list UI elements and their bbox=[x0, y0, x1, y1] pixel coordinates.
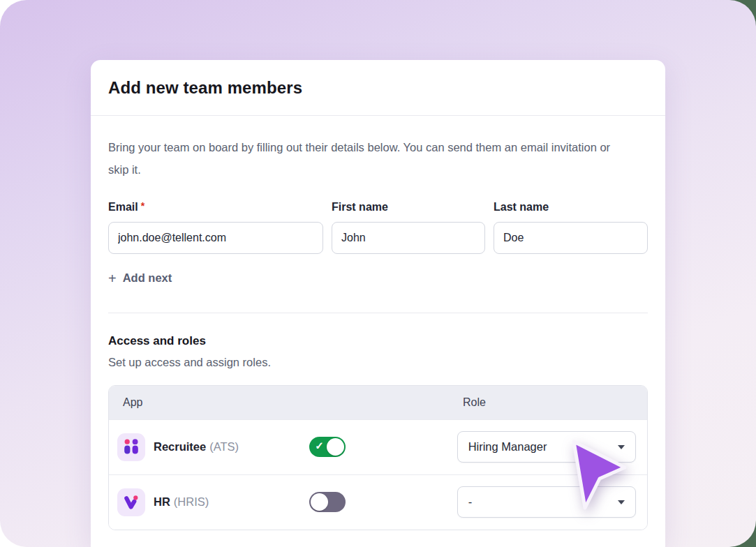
app-suffix-text: (ATS) bbox=[209, 440, 239, 453]
required-asterisk: * bbox=[141, 201, 144, 211]
chevron-down-icon bbox=[618, 500, 625, 504]
last-name-field[interactable] bbox=[494, 222, 648, 254]
recruitee-role-dropdown[interactable]: Hiring Manager bbox=[457, 431, 636, 463]
intro-description: Bring your team on board by filling out … bbox=[108, 136, 628, 181]
modal-header: Add new team members bbox=[91, 60, 665, 116]
app-cell-hr: HR(HRIS) bbox=[117, 488, 309, 516]
app-name: Recruitee(ATS) bbox=[154, 440, 239, 454]
app-cell-recruitee: Recruitee(ATS) bbox=[117, 433, 309, 461]
recruitee-logo-icon bbox=[117, 433, 145, 461]
first-name-field[interactable] bbox=[332, 222, 485, 254]
column-header-app: App bbox=[123, 396, 463, 409]
selected-role-value: Hiring Manager bbox=[468, 440, 547, 454]
access-roles-subheading: Set up access and assign roles. bbox=[108, 356, 648, 369]
last-name-label: Last name bbox=[494, 201, 648, 213]
access-roles-heading: Access and roles bbox=[108, 334, 648, 348]
app-name-text: HR bbox=[154, 495, 170, 508]
last-name-label-text: Last name bbox=[494, 201, 549, 213]
selected-role-value: - bbox=[468, 495, 473, 509]
lavender-background: Add new team members Bring your team on … bbox=[0, 0, 756, 547]
toggle-knob bbox=[327, 438, 344, 456]
check-icon: ✓ bbox=[315, 440, 324, 452]
plus-icon: + bbox=[108, 272, 117, 285]
section-divider bbox=[108, 313, 648, 313]
column-header-role: Role bbox=[463, 396, 486, 409]
email-label-text: Email bbox=[108, 201, 138, 213]
first-name-label: First name bbox=[332, 201, 485, 213]
toggle-cell-recruitee: ✓ bbox=[309, 437, 457, 457]
toggle-knob bbox=[311, 493, 328, 511]
hr-access-toggle[interactable]: ✓ bbox=[309, 492, 346, 512]
last-name-field-block: Last name bbox=[494, 201, 648, 254]
first-name-field-block: First name bbox=[332, 201, 485, 254]
page-title: Add new team members bbox=[108, 78, 302, 98]
add-team-members-modal: Add new team members Bring your team on … bbox=[91, 60, 665, 547]
table-header-row: App Role bbox=[109, 386, 647, 419]
app-name: HR(HRIS) bbox=[154, 495, 209, 509]
first-name-label-text: First name bbox=[332, 201, 388, 213]
member-fields-row: Email * First name Last name bbox=[108, 201, 648, 254]
recruitee-access-toggle[interactable]: ✓ bbox=[309, 437, 346, 457]
table-row-recruitee: Recruitee(ATS) ✓ Hiring Manager bbox=[109, 419, 647, 474]
email-field[interactable] bbox=[108, 222, 323, 254]
access-roles-table: App Role bbox=[108, 385, 648, 530]
table-row-hr: HR(HRIS) ✓ - bbox=[109, 474, 647, 530]
chevron-down-icon bbox=[618, 445, 625, 449]
modal-body: Bring your team on board by filling out … bbox=[91, 116, 665, 530]
toggle-cell-hr: ✓ bbox=[309, 492, 457, 512]
add-next-label: Add next bbox=[123, 271, 172, 285]
email-label: Email * bbox=[108, 201, 323, 213]
add-next-button[interactable]: + Add next bbox=[108, 271, 172, 285]
hr-role-dropdown[interactable]: - bbox=[457, 486, 636, 518]
email-field-block: Email * bbox=[108, 201, 323, 254]
app-name-text: Recruitee bbox=[154, 440, 206, 453]
hr-logo-icon bbox=[117, 488, 145, 516]
app-suffix-text: (HRIS) bbox=[174, 495, 209, 508]
